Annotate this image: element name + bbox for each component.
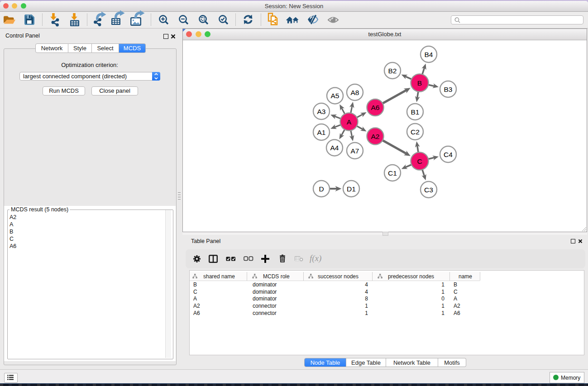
svg-text:A4: A4 xyxy=(330,144,339,152)
svg-text:B2: B2 xyxy=(388,67,397,75)
svg-text:A5: A5 xyxy=(331,92,339,100)
svg-text:A2: A2 xyxy=(371,133,380,140)
svg-text:C4: C4 xyxy=(444,151,453,158)
svg-text:C2: C2 xyxy=(411,128,420,136)
svg-text:B: B xyxy=(417,79,422,87)
svg-text:D: D xyxy=(319,185,324,193)
svg-text:B3: B3 xyxy=(444,86,453,93)
svg-text:A7: A7 xyxy=(351,147,359,155)
svg-text:C: C xyxy=(417,157,422,165)
svg-text:C3: C3 xyxy=(424,186,433,194)
svg-text:B1: B1 xyxy=(411,108,420,116)
svg-text:D1: D1 xyxy=(347,185,356,193)
svg-text:A1: A1 xyxy=(317,129,326,136)
svg-text:A6: A6 xyxy=(371,104,380,111)
svg-text:A3: A3 xyxy=(317,108,326,115)
svg-text:A: A xyxy=(347,118,352,126)
svg-text:B4: B4 xyxy=(425,51,433,58)
svg-text:A8: A8 xyxy=(351,89,359,96)
svg-text:C1: C1 xyxy=(388,169,397,177)
